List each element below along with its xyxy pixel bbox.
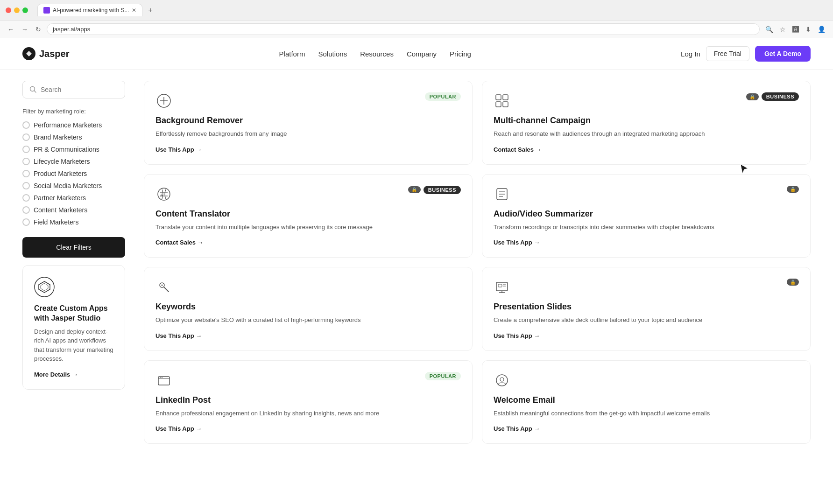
filter-radio-product[interactable] — [22, 170, 30, 177]
logo[interactable]: Jasper — [22, 47, 70, 60]
filter-label-lifecycle: Lifecycle Marketers — [34, 158, 90, 165]
popular-badge-linkedin: POPULAR — [425, 372, 461, 380]
filter-radio-field[interactable] — [22, 218, 30, 226]
app-card-translator: A 🔒 BUSINESS Content Translator Translat… — [144, 174, 473, 258]
nav-resources[interactable]: Resources — [360, 50, 394, 58]
svg-text:A: A — [160, 193, 163, 197]
profile-button[interactable]: 👤 — [816, 24, 827, 35]
keywords-icon — [155, 279, 172, 295]
background-remover-icon — [155, 92, 172, 109]
filter-item-lifecycle[interactable]: Lifecycle Marketers — [22, 158, 125, 165]
app-card-header-translator: A 🔒 BUSINESS — [155, 186, 461, 203]
bookmark-button[interactable]: ☆ — [778, 24, 788, 35]
contact-sales-multichannel[interactable]: Contact Sales → — [494, 146, 542, 153]
popular-badge: POPULAR — [425, 92, 461, 101]
business-badge-multichannel: BUSINESS — [762, 92, 799, 101]
nav-platform[interactable]: Platform — [279, 50, 305, 58]
use-app-presentation[interactable]: Use This App → — [494, 332, 540, 339]
use-app-summarizer[interactable]: Use This App → — [494, 239, 540, 246]
filter-label-product: Product Marketers — [34, 170, 87, 177]
app-title-welcome: Welcome Email — [494, 395, 799, 405]
app-card-header-presentation: 🔒 — [494, 279, 799, 295]
download-button[interactable]: ⬇ — [804, 24, 813, 35]
svg-rect-7 — [496, 95, 501, 100]
search-box[interactable] — [22, 81, 125, 98]
filter-label-pr: PR & Communications — [34, 146, 99, 153]
nav-company[interactable]: Company — [407, 50, 437, 58]
filter-item-brand[interactable]: Brand Marketers — [22, 133, 125, 141]
active-browser-tab[interactable]: AI-powered marketing with S... ✕ — [37, 4, 142, 16]
browser-toolbar: ← → ↻ jasper.ai/apps 🔍 ☆ 🅰 ⬇ 👤 — [0, 20, 833, 38]
filter-radio-performance[interactable] — [22, 121, 30, 129]
nav-pricing[interactable]: Pricing — [450, 50, 471, 58]
use-app-linkedin[interactable]: Use This App → — [155, 425, 202, 432]
navbar-actions: Log In Free Trial Get A Demo — [681, 46, 811, 62]
extension-button[interactable]: 🅰 — [791, 24, 801, 35]
use-app-background-remover[interactable]: Use This App → — [155, 146, 202, 153]
dark-badge-summarizer: 🔒 — [787, 186, 799, 193]
login-button[interactable]: Log In — [681, 50, 700, 58]
app-title-background-remover: Background Remover — [155, 116, 461, 126]
app-desc-linkedin: Enhance professional engagement on Linke… — [155, 409, 461, 418]
app-card-header: POPULAR — [155, 92, 461, 109]
tab-favicon — [43, 7, 50, 14]
clear-filters-button[interactable]: Clear Filters — [22, 237, 125, 258]
forward-button[interactable]: → — [20, 24, 30, 35]
filter-item-content[interactable]: Content Marketers — [22, 206, 125, 214]
filter-item-field[interactable]: Field Marketers — [22, 218, 125, 226]
app-title-keywords: Keywords — [155, 302, 461, 312]
app-card-header-multichannel: 🔒 BUSINESS — [494, 92, 799, 109]
more-details-button[interactable]: More Details → — [34, 371, 78, 378]
filter-item-social[interactable]: Social Media Marketers — [22, 182, 125, 189]
app-badge-translator: 🔒 BUSINESS — [408, 186, 461, 194]
app-card-header-summarizer: 🔒 — [494, 186, 799, 203]
refresh-button[interactable]: ↻ — [34, 24, 43, 35]
filter-item-pr[interactable]: PR & Communications — [22, 146, 125, 153]
browser-toolbar-actions: 🔍 ☆ 🅰 ⬇ 👤 — [763, 24, 827, 35]
filter-item-performance[interactable]: Performance Marketers — [22, 121, 125, 129]
filter-radio-partner[interactable] — [22, 194, 30, 202]
app-card-summarizer: 🔒 Audio/Video Summarizer Transform recor… — [482, 174, 811, 258]
custom-apps-icon — [34, 277, 55, 297]
tab-close-button[interactable]: ✕ — [132, 7, 136, 14]
app-badge-linkedin: POPULAR — [425, 372, 461, 380]
navbar: Jasper Platform Solutions Resources Comp… — [0, 38, 833, 70]
filter-radio-social[interactable] — [22, 182, 30, 189]
app-card-linkedin: POPULAR LinkedIn Post Enhance profession… — [144, 360, 473, 444]
search-icon — [29, 86, 37, 93]
app-card-header-keywords — [155, 279, 461, 295]
welcome-email-icon — [494, 372, 510, 389]
app-card-keywords: Keywords Optimize your website's SEO wit… — [144, 267, 473, 351]
search-input[interactable] — [41, 86, 118, 93]
filter-item-product[interactable]: Product Marketers — [22, 170, 125, 177]
filter-radio-brand[interactable] — [22, 133, 30, 141]
filter-radio-lifecycle[interactable] — [22, 158, 30, 165]
svg-rect-23 — [498, 284, 502, 287]
filter-label-performance: Performance Marketers — [34, 121, 102, 129]
search-browser-button[interactable]: 🔍 — [763, 24, 775, 35]
navbar-nav: Platform Solutions Resources Company Pri… — [279, 50, 471, 58]
back-button[interactable]: ← — [6, 24, 16, 35]
new-tab-button[interactable]: + — [144, 4, 156, 16]
address-bar[interactable]: jasper.ai/apps — [47, 23, 760, 35]
app-card-header-welcome — [494, 372, 799, 389]
maximize-window-button[interactable] — [22, 7, 28, 13]
filter-item-partner[interactable]: Partner Marketers — [22, 194, 125, 202]
close-window-button[interactable] — [6, 7, 11, 13]
filter-label-content: Content Marketers — [34, 206, 87, 214]
filter-radio-pr[interactable] — [22, 146, 30, 153]
use-app-keywords[interactable]: Use This App → — [155, 332, 202, 339]
main-content: Filter by marketing role: Performance Ma… — [0, 70, 833, 455]
get-demo-button[interactable]: Get A Demo — [755, 46, 811, 62]
free-trial-button[interactable]: Free Trial — [706, 46, 749, 61]
contact-sales-translator[interactable]: Contact Sales → — [155, 239, 204, 246]
svg-point-19 — [162, 285, 163, 286]
nav-solutions[interactable]: Solutions — [318, 50, 347, 58]
browser-tab-bar: AI-powered marketing with S... ✕ + — [32, 4, 162, 16]
app-desc-presentation: Create a comprehensive slide deck outlin… — [494, 315, 799, 325]
svg-line-2 — [35, 91, 36, 93]
filter-heading: Filter by marketing role: — [22, 108, 125, 115]
filter-radio-content[interactable] — [22, 206, 30, 214]
use-app-welcome[interactable]: Use This App → — [494, 425, 540, 432]
minimize-window-button[interactable] — [14, 7, 20, 13]
